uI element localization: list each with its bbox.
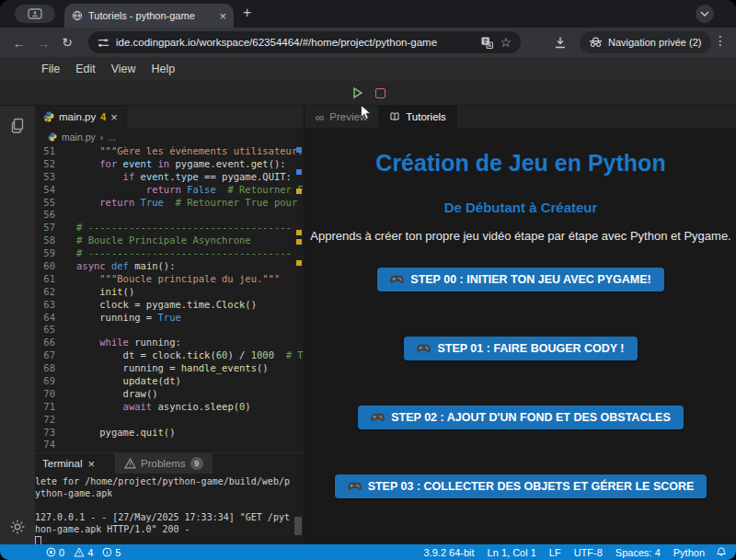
- activity-bar: [0, 106, 35, 544]
- line-number: 72: [35, 414, 63, 427]
- terminal-close-icon[interactable]: ×: [87, 458, 95, 470]
- terminal-tab[interactable]: Terminal ×: [35, 453, 102, 474]
- menu-item-file[interactable]: File: [41, 63, 60, 75]
- reload-icon[interactable]: ↻: [55, 35, 79, 50]
- step-button-list: STEP 00 : INITIER TON JEU AVEC PYGAME!ST…: [305, 268, 736, 498]
- status-item[interactable]: Spaces: 4: [615, 547, 661, 558]
- back-icon[interactable]: ←: [7, 35, 31, 51]
- code-text: # -----------------------------------: [63, 222, 292, 234]
- ruler-mark: [296, 260, 302, 266]
- line-number: 66: [35, 337, 63, 349]
- line-number: 63: [35, 299, 63, 312]
- menu-item-edit[interactable]: Edit: [75, 63, 96, 75]
- gamepad-icon: [348, 482, 362, 491]
- stop-button[interactable]: [375, 88, 385, 98]
- url-text[interactable]: ide.codingpark.io/workspace/62354464/#/h…: [116, 37, 475, 48]
- code-line: 56: [35, 209, 304, 222]
- new-tab-button[interactable]: +: [243, 5, 251, 21]
- status-right: 3.9.2 64-bitLn 1, Col 1LFUTF-8Spaces: 4P…: [424, 547, 716, 558]
- problems-tab[interactable]: Problems 9: [115, 453, 213, 474]
- step-button-1[interactable]: STEP 01 : FAIRE BOUGER CODY !: [404, 337, 637, 360]
- status-item[interactable]: 3.9.2 64-bit: [424, 547, 475, 558]
- code-text: # -----------------------------------: [63, 247, 292, 260]
- line-number: 69: [35, 375, 63, 388]
- code-text: while running:: [63, 337, 181, 349]
- site-settings-icon[interactable]: [98, 37, 109, 49]
- code-line: 55 return True # Retourner True pour con: [35, 197, 304, 210]
- breadcrumb-chevron-icon: ›: [100, 131, 104, 143]
- incognito-icon: [589, 37, 603, 48]
- files-icon[interactable]: [8, 117, 27, 135]
- incognito-badge[interactable]: Navigation privée (2): [580, 31, 711, 53]
- code-text: [63, 209, 76, 222]
- url-bar[interactable]: ide.codingpark.io/workspace/62354464/#/h…: [88, 31, 521, 53]
- code-line: 72: [35, 414, 304, 427]
- editor-tab-close-icon[interactable]: ×: [110, 111, 118, 123]
- globe-favicon-icon: [72, 10, 83, 21]
- info-count: 5: [115, 547, 121, 558]
- status-item[interactable]: LF: [549, 547, 561, 558]
- breadcrumb[interactable]: main.py › ...: [35, 128, 304, 145]
- code-text: running = handle_events(): [63, 362, 269, 375]
- downloads-icon[interactable]: [554, 36, 567, 49]
- code-text: [63, 414, 76, 427]
- tab-overview-button[interactable]: [15, 5, 55, 23]
- line-number: 62: [35, 286, 63, 299]
- code-editor[interactable]: 51 """Gère les événements utilisateur.""…: [35, 145, 304, 452]
- status-item[interactable]: Python: [673, 547, 705, 558]
- editor-tab-mainpy[interactable]: main.py 4 ×: [35, 106, 127, 128]
- line-number: 56: [35, 209, 63, 222]
- code-text: if event.type == pygame.QUIT:: [63, 171, 292, 184]
- browser-window: Tutoriels - python-game × + ← → ↻ ide.co…: [0, 0, 736, 560]
- browser-tab[interactable]: Tutoriels - python-game ×: [64, 4, 234, 28]
- problems-status[interactable]: 0 4 5: [0, 547, 126, 558]
- code-text: dt = clock.tick(60) / 1000 # Temp: [63, 349, 304, 362]
- line-number: 68: [35, 362, 63, 375]
- line-number: 71: [35, 401, 63, 414]
- warning-triangle-icon: [124, 458, 136, 469]
- ruler-mark: [296, 147, 302, 153]
- info-icon: [102, 547, 112, 557]
- browser-tabstrip: Tutoriels - python-game × +: [0, 0, 736, 28]
- code-line: 64 running = True: [35, 312, 304, 325]
- terminal-panel: Terminal × Problems 9 lete for /home/pro…: [35, 452, 304, 544]
- translate-icon[interactable]: [481, 37, 493, 49]
- tutoriels-tab-label: Tutoriels: [406, 111, 446, 122]
- tab-tutoriels[interactable]: Tutoriels: [378, 106, 457, 128]
- line-number: 58: [35, 234, 63, 247]
- step-button-label: STEP 02 : AJOUT D'UN FOND ET DES OBSTACL…: [391, 411, 670, 424]
- code-line: 58# Boucle Principale Asynchrone: [35, 234, 304, 247]
- python-file-icon: [43, 111, 54, 122]
- line-number: 54: [35, 184, 63, 197]
- tutorial-content: Création de Jeu en Python De Débutant à …: [305, 128, 736, 544]
- step-button-label: STEP 00 : INITIER TON JEU AVEC PYGAME!: [410, 273, 650, 286]
- browser-menu-icon[interactable]: ⋮: [714, 33, 727, 48]
- tab-title: Tutoriels - python-game: [88, 10, 213, 21]
- code-line: 57# -----------------------------------: [35, 222, 304, 234]
- step-button-2[interactable]: STEP 02 : AJOUT D'UN FOND ET DES OBSTACL…: [358, 406, 683, 429]
- forward-icon[interactable]: →: [31, 35, 55, 51]
- run-button[interactable]: [351, 86, 363, 99]
- menu-item-view[interactable]: View: [111, 63, 136, 75]
- terminal-scrollbar[interactable]: [294, 517, 302, 535]
- notifications-bell-icon[interactable]: [716, 546, 736, 558]
- menu-item-help[interactable]: Help: [152, 63, 176, 75]
- bookmark-star-icon[interactable]: ☆: [500, 35, 512, 50]
- step-button-3[interactable]: STEP 03 : COLLECTER DES OBJETS ET GÉRER …: [335, 474, 707, 498]
- terminal-cursor-line: [35, 535, 304, 544]
- code-text: await asyncio.sleep(0): [63, 401, 251, 414]
- settings-gear-icon[interactable]: [9, 519, 26, 535]
- status-item[interactable]: Ln 1, Col 1: [488, 547, 536, 558]
- code-line: 71 await asyncio.sleep(0): [35, 401, 304, 414]
- status-item[interactable]: UTF-8: [574, 547, 603, 558]
- gamepad-icon: [417, 344, 431, 353]
- step-button-0[interactable]: STEP 00 : INITIER TON JEU AVEC PYGAME!: [377, 268, 663, 291]
- error-icon: [46, 547, 56, 557]
- code-line: 70 draw(): [35, 388, 304, 401]
- terminal-output[interactable]: lete for /home/project/python-game/build…: [35, 475, 304, 544]
- tab-list-chevron-button[interactable]: [696, 5, 714, 23]
- terminal-tab-label: Terminal: [42, 458, 82, 469]
- tab-close-icon[interactable]: ×: [219, 10, 226, 22]
- breadcrumb-more: ...: [108, 131, 116, 143]
- tutorial-panel: ∞ Preview Tutoriels Création de Jeu en P…: [304, 106, 736, 544]
